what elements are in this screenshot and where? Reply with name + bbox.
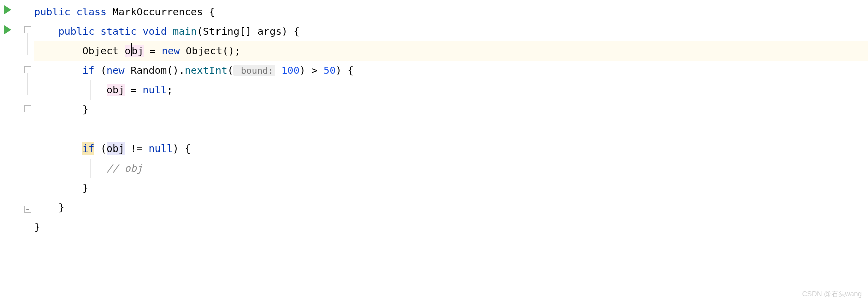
code-line[interactable]: } bbox=[34, 198, 868, 217]
code-line[interactable]: // obj bbox=[34, 159, 868, 178]
class-name: MarkOccurrences bbox=[113, 6, 203, 18]
op: = bbox=[144, 45, 162, 57]
keyword: static bbox=[100, 25, 136, 37]
code-line[interactable]: } bbox=[34, 100, 868, 119]
gutter bbox=[0, 0, 22, 302]
run-icon[interactable] bbox=[4, 5, 11, 14]
keyword: null bbox=[143, 84, 167, 96]
brace: } bbox=[82, 103, 88, 115]
run-icon[interactable] bbox=[4, 25, 11, 34]
code-line[interactable]: if (new Random().nextInt( bound: 100) > … bbox=[34, 61, 868, 80]
brace: { bbox=[203, 6, 215, 18]
method-name: main bbox=[173, 25, 197, 37]
number-literal: 50 bbox=[324, 64, 336, 76]
keyword: public bbox=[58, 25, 94, 37]
brace: } bbox=[34, 221, 40, 233]
highlighted-keyword: if bbox=[82, 142, 94, 155]
keyword: class bbox=[76, 6, 106, 18]
keyword: new bbox=[162, 45, 180, 57]
code-editor[interactable]: public class MarkOccurrences { public st… bbox=[0, 0, 868, 302]
fold-toggle-icon[interactable] bbox=[24, 206, 31, 213]
fold-toggle-icon[interactable] bbox=[24, 26, 31, 33]
keyword: public bbox=[34, 6, 70, 18]
brace: } bbox=[58, 201, 64, 213]
code-line[interactable] bbox=[34, 119, 868, 139]
variable-read-occurrence: obj bbox=[107, 142, 125, 155]
parameter-hint: bound: bbox=[233, 65, 275, 76]
ctor: Object(); bbox=[180, 45, 240, 57]
code-line[interactable]: } bbox=[34, 178, 868, 198]
code-area[interactable]: public class MarkOccurrences { public st… bbox=[34, 0, 868, 302]
fold-toggle-icon[interactable] bbox=[24, 105, 31, 112]
variable-write-occurrence: obj bbox=[107, 84, 125, 96]
method-call: nextInt bbox=[185, 64, 227, 76]
code-line[interactable]: public static void main(String[] args) { bbox=[34, 22, 868, 41]
comment: // obj bbox=[107, 162, 143, 174]
code-line[interactable]: public class MarkOccurrences { bbox=[34, 2, 868, 22]
number-literal: 100 bbox=[275, 64, 299, 76]
brace: } bbox=[82, 182, 88, 194]
code-line[interactable]: if (obj != null) { bbox=[34, 139, 868, 159]
code-line[interactable]: } bbox=[34, 217, 868, 237]
keyword: void bbox=[143, 25, 167, 37]
keyword: new bbox=[107, 64, 125, 76]
fold-column bbox=[22, 0, 34, 302]
watermark: CSDN @石头wang bbox=[802, 290, 862, 299]
fold-toggle-icon[interactable] bbox=[24, 66, 31, 73]
keyword: null bbox=[149, 142, 173, 155]
variable-write-occurrence: obj bbox=[125, 45, 144, 57]
code-line[interactable]: obj = null; bbox=[34, 80, 868, 100]
code-line-current[interactable]: Object obj = new Object(); bbox=[34, 41, 868, 61]
params: (String[] args) { bbox=[197, 25, 300, 37]
keyword: if bbox=[82, 64, 94, 76]
type: Object bbox=[82, 45, 118, 57]
